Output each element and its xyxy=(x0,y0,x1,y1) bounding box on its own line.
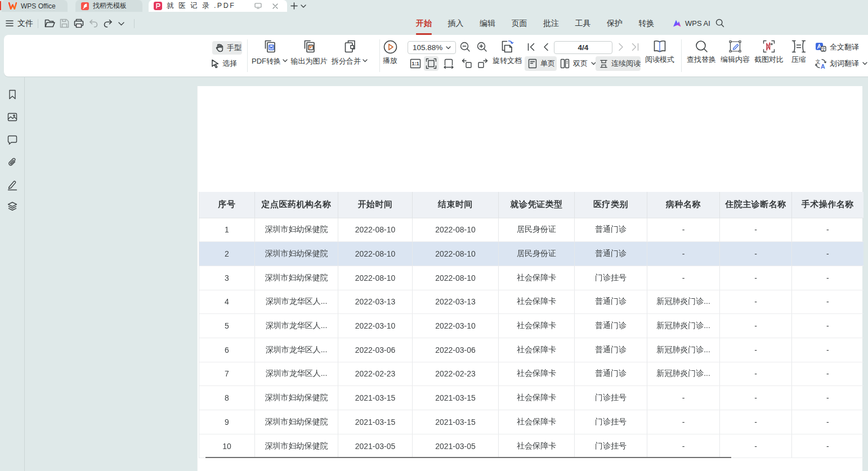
table-cell: - xyxy=(720,242,792,266)
column-header: 医疗类别 xyxy=(575,192,647,218)
single-page-button[interactable]: 单页 xyxy=(525,56,557,71)
table-cell: 2022-08-10 xyxy=(413,218,499,242)
table-cell: - xyxy=(792,242,863,266)
translate-word-button[interactable]: 文 A 划词翻译 xyxy=(815,58,867,69)
table-cell: 7 xyxy=(199,362,255,386)
translate-word-icon: 文 A xyxy=(815,58,826,69)
tab-wps-office[interactable]: WPS Office xyxy=(2,0,68,12)
global-search-icon[interactable] xyxy=(715,19,724,28)
pdf-convert-button[interactable]: PDF转换 xyxy=(250,39,289,66)
double-page-icon xyxy=(560,59,570,69)
table-cell: 2021-03-15 xyxy=(413,386,499,410)
tab-close-icon[interactable] xyxy=(272,3,278,9)
ribbon-tab-工具[interactable]: 工具 xyxy=(575,19,591,29)
column-header: 序号 xyxy=(199,192,255,218)
table-cell: - xyxy=(720,314,792,338)
hand-tool-button[interactable]: 手型 xyxy=(212,41,242,55)
ribbon-tab-页面[interactable]: 页面 xyxy=(512,19,527,29)
thumbnail-icon[interactable] xyxy=(7,111,18,123)
bookmark-icon[interactable] xyxy=(7,89,18,100)
fit-page-button[interactable] xyxy=(443,58,454,69)
ribbon-tab-插入[interactable]: 插入 xyxy=(448,19,464,29)
table-cell: 深圳市龙华区人... xyxy=(255,362,338,386)
tab-screen-share-icon[interactable] xyxy=(254,3,262,9)
table-cell: 2022-08-10 xyxy=(338,242,413,266)
tab-docer-templates[interactable]: 找稻壳模板 xyxy=(75,0,142,12)
app-edge-accent xyxy=(0,1,1,10)
table-cell: 深圳市妇幼保健院 xyxy=(255,218,338,242)
redo-button[interactable] xyxy=(104,19,113,28)
layers-icon[interactable] xyxy=(7,201,18,212)
open-file-button[interactable] xyxy=(44,19,55,28)
last-page-button[interactable] xyxy=(631,43,639,51)
comment-icon[interactable] xyxy=(7,134,18,146)
undo-redo-chevron-icon[interactable] xyxy=(118,22,124,26)
table-cell: 2021-03-05 xyxy=(413,434,499,458)
next-page-button[interactable] xyxy=(618,43,625,51)
prev-page-button[interactable] xyxy=(542,43,549,51)
table-cell: - xyxy=(792,314,863,338)
rotate-document-label: 旋转文档 xyxy=(493,56,522,66)
save-button[interactable] xyxy=(60,19,69,28)
table-cell: - xyxy=(792,362,863,386)
table-cell: 深圳市龙华区人... xyxy=(255,314,338,338)
table-cell: 2 xyxy=(199,242,255,266)
new-tab-button[interactable] xyxy=(288,0,299,12)
tab-list-chevron-icon[interactable] xyxy=(299,0,308,12)
double-page-button[interactable]: 双页 xyxy=(560,56,596,71)
edit-content-button[interactable]: 编辑内容 xyxy=(719,40,751,65)
table-cell: - xyxy=(792,434,863,458)
pdf-page[interactable]: 序号定点医药机构名称开始时间结束时间就诊凭证类型医疗类别病种名称住院主诊断名称手… xyxy=(197,86,862,471)
table-cell: 2021-03-15 xyxy=(338,410,413,434)
split-merge-button[interactable]: 拆分合并 xyxy=(330,39,369,66)
signature-icon[interactable] xyxy=(7,180,18,191)
ribbon-tab-保护[interactable]: 保护 xyxy=(607,19,623,29)
select-tool-button[interactable]: 选择 xyxy=(211,57,241,70)
first-page-button[interactable] xyxy=(527,43,535,51)
screenshot-compare-label: 截图对比 xyxy=(754,55,784,65)
rotate-document-icon xyxy=(500,39,514,54)
quick-access-row: 文件 xyxy=(0,12,868,35)
table-cell: 2021-03-15 xyxy=(413,410,499,434)
print-button[interactable] xyxy=(74,19,84,28)
table-cell: 门诊挂号 xyxy=(575,266,647,290)
export-image-button[interactable]: 输出为图片 xyxy=(289,39,329,66)
zoom-level-input[interactable]: 105.88% xyxy=(408,41,456,54)
zoom-in-button[interactable] xyxy=(477,42,487,52)
ribbon-tab-开始[interactable]: 开始 xyxy=(416,19,432,29)
page-number-input[interactable]: 4/4 xyxy=(554,41,612,54)
file-menu[interactable]: 文件 xyxy=(6,12,33,35)
table-cell: 2022-03-10 xyxy=(338,314,413,338)
svg-text:A: A xyxy=(821,63,825,69)
column-header: 定点医药机构名称 xyxy=(255,192,338,218)
play-button[interactable]: 播放 xyxy=(376,40,404,66)
undo-button[interactable] xyxy=(89,19,98,28)
ribbon-tab-批注[interactable]: 批注 xyxy=(543,19,559,29)
attachment-icon[interactable] xyxy=(7,157,18,168)
pdf-file-icon xyxy=(154,2,162,10)
table-cell: 2021-03-15 xyxy=(338,386,413,410)
wps-ai-logo-icon xyxy=(672,19,682,28)
ribbon-tab-转换[interactable]: 转换 xyxy=(639,19,655,29)
translate-full-button[interactable]: 文 全文翻译 xyxy=(815,42,859,52)
wps-ai-button[interactable]: WPS AI xyxy=(672,12,710,35)
column-header: 病种名称 xyxy=(647,192,720,218)
screenshot-compare-button[interactable]: 截图对比 xyxy=(753,40,785,65)
rotate-right-button[interactable] xyxy=(477,59,489,69)
continuous-read-button[interactable]: 连续阅读 xyxy=(596,56,641,71)
rotate-left-button[interactable] xyxy=(461,59,472,69)
fit-width-button[interactable] xyxy=(424,56,439,71)
split-merge-icon xyxy=(343,39,357,54)
split-merge-label: 拆分合并 xyxy=(332,56,368,66)
tab-document-active[interactable]: 就 医 记 录 .PDF xyxy=(149,0,287,12)
read-mode-button[interactable]: 阅读模式 xyxy=(644,40,675,65)
actual-size-button[interactable]: 1:1 xyxy=(410,58,421,69)
table-cell: 2022-08-10 xyxy=(338,218,413,242)
zoom-out-button[interactable] xyxy=(460,42,471,52)
find-replace-button[interactable]: 查找替换 xyxy=(686,40,717,65)
ribbon-tab-strip: 开始插入编辑页面批注工具保护转换 xyxy=(416,12,655,35)
rotate-document-button[interactable]: 旋转文档 xyxy=(487,39,527,66)
ribbon-tab-编辑[interactable]: 编辑 xyxy=(480,19,495,29)
compress-button[interactable]: 压缩 xyxy=(786,40,811,65)
wps-logo-icon xyxy=(8,2,17,10)
